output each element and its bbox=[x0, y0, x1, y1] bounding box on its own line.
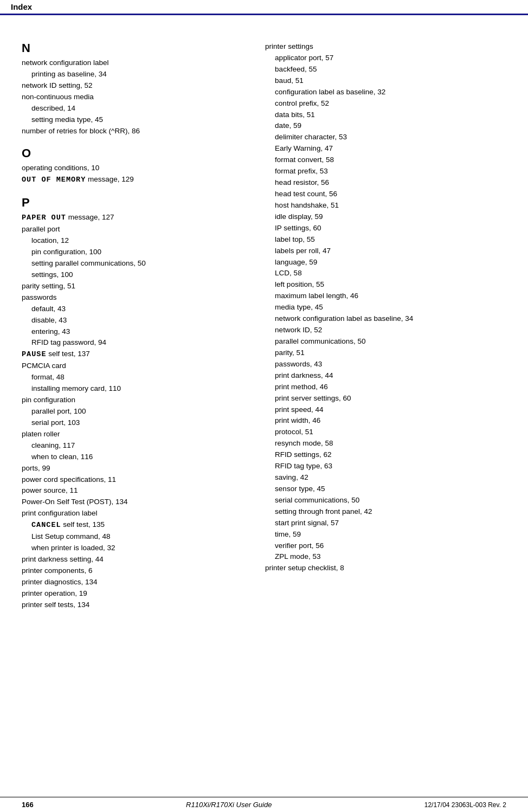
list-item: PAPER OUT message, 127 parallel port loc… bbox=[22, 212, 243, 610]
section-o: O operating conditions, 10 OUT OF MEMORY… bbox=[22, 146, 243, 186]
printer-settings-section: printer settings applicator port, 57 bac… bbox=[265, 41, 506, 574]
section-letter-n: N bbox=[22, 41, 243, 55]
main-content: N network configuration label printing a… bbox=[0, 15, 528, 643]
section-n: N network configuration label printing a… bbox=[22, 41, 243, 137]
section-p: P PAPER OUT message, 127 parallel port l… bbox=[22, 196, 243, 610]
list-item: printer settings applicator port, 57 bac… bbox=[265, 41, 506, 574]
section-letter-o: O bbox=[22, 146, 243, 160]
mono-pause: PAUSE bbox=[22, 350, 47, 358]
mono-cancel: CANCEL bbox=[31, 521, 61, 529]
mono-out-of-memory: OUT OF MEMORY bbox=[22, 176, 86, 184]
header-bar: Index bbox=[0, 0, 528, 15]
footer-page-number: 166 bbox=[22, 801, 34, 809]
mono-paper-out: PAPER OUT bbox=[22, 214, 66, 222]
left-column: N network configuration label printing a… bbox=[22, 31, 254, 611]
page-title: Index bbox=[11, 2, 32, 11]
right-column: printer settings applicator port, 57 bac… bbox=[254, 31, 506, 611]
list-item: operating conditions, 10 OUT OF MEMORY m… bbox=[22, 163, 243, 186]
footer-doc-title: R110Xi/R170Xi User Guide bbox=[186, 801, 272, 809]
list-item: network configuration label printing as … bbox=[22, 57, 243, 137]
footer: 166 R110Xi/R170Xi User Guide 12/17/04 23… bbox=[0, 797, 528, 812]
section-letter-p: P bbox=[22, 196, 243, 210]
footer-doc-info: 12/17/04 23063L-003 Rev. 2 bbox=[424, 801, 506, 809]
